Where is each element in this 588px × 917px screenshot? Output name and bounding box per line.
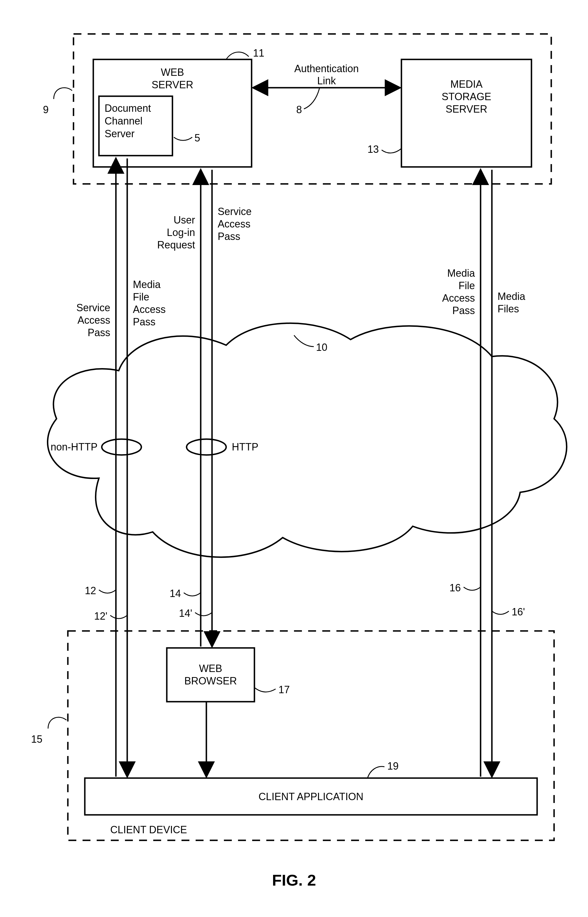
mid-dn-label-3: Pass (218, 231, 240, 242)
ref-10-leader (294, 335, 314, 347)
ref-14: 14 (170, 588, 181, 599)
ref-13: 13 (367, 143, 379, 155)
ref-12-leader (99, 590, 116, 593)
right-up-label-3: Access (442, 292, 475, 304)
client-device-label: CLIENT DEVICE (110, 824, 187, 836)
auth-link-label-2: Link (317, 75, 336, 87)
doc-channel-label-2: Channel (105, 115, 142, 127)
right-dn-label-1: Media (498, 291, 525, 302)
ref-16p: 16' (512, 606, 525, 618)
figure-label: FIG. 2 (272, 871, 316, 889)
media-server-label-2: STORAGE (441, 91, 491, 102)
left-dn-label-2: File (133, 291, 149, 303)
web-browser-box (167, 648, 254, 702)
ref-10: 10 (316, 342, 327, 353)
web-server-label-1: WEB (161, 66, 184, 78)
mid-up-label-2: Log-in (167, 227, 195, 238)
ref-17-leader (254, 687, 276, 692)
ref-16: 16 (449, 582, 461, 594)
mid-up-label-1: User (174, 214, 195, 226)
ref-13-leader (382, 149, 401, 153)
ref-12p: 12' (94, 610, 107, 622)
ref-9-leader (54, 88, 72, 99)
mid-up-label-3: Request (157, 239, 195, 251)
mid-dn-label-2: Access (218, 218, 250, 230)
left-dn-label-3: Access (133, 304, 166, 315)
left-up-label-2: Access (78, 314, 110, 326)
network-cloud (47, 323, 567, 557)
ref-16p-leader (492, 611, 509, 614)
left-up-label-1: Service (76, 302, 110, 313)
media-server-label-3: SERVER (446, 103, 487, 115)
non-http-ellipse (102, 439, 141, 455)
ref-8: 8 (296, 104, 302, 115)
doc-channel-label-3: Server (105, 128, 134, 139)
ref-5: 5 (194, 132, 200, 144)
ref-17: 17 (278, 684, 290, 695)
diagram-root: 9 WEB SERVER 11 Document Channel Server … (0, 0, 588, 917)
ref-11-leader (226, 52, 249, 60)
mid-dn-label-1: Service (218, 206, 252, 217)
ref-14p: 14' (179, 608, 192, 619)
left-up-label-3: Pass (88, 327, 110, 339)
ref-19-leader (367, 766, 384, 778)
ref-16-leader (464, 587, 481, 590)
client-app-label: CLIENT APPLICATION (258, 791, 363, 802)
right-up-label-4: Pass (452, 305, 475, 316)
ref-11: 11 (253, 47, 264, 59)
web-browser-label-2: BROWSER (184, 675, 237, 687)
ref-8-leader (304, 88, 320, 109)
web-browser-label-1: WEB (199, 663, 222, 674)
ref-12p-leader (110, 616, 127, 619)
http-ellipse (187, 439, 226, 455)
doc-channel-label-1: Document (105, 102, 151, 114)
left-dn-label-1: Media (133, 279, 161, 290)
right-dn-label-2: Files (498, 303, 519, 314)
ref-14p-leader (195, 612, 212, 616)
right-up-label-2: File (459, 280, 475, 292)
ref-12: 12 (85, 585, 96, 596)
web-server-label-2: SERVER (152, 79, 193, 91)
ref-9: 9 (43, 104, 48, 115)
media-server-label-1: MEDIA (450, 78, 483, 90)
non-http-label: non-HTTP (51, 441, 97, 453)
left-dn-label-4: Pass (133, 316, 155, 328)
ref-15-leader (48, 717, 66, 729)
ref-15: 15 (31, 733, 42, 745)
http-label: HTTP (232, 441, 258, 453)
auth-link-label-1: Authentication (294, 63, 359, 75)
ref-14-leader (184, 593, 201, 596)
right-up-label-1: Media (447, 267, 475, 279)
ref-19: 19 (387, 760, 399, 772)
